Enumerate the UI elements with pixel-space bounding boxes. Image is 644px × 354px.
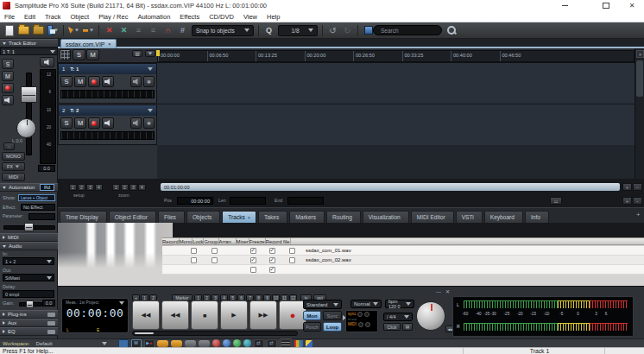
track-filter-icon[interactable] (145, 50, 155, 57)
click-button[interactable]: Click (383, 323, 401, 331)
open-folder-icon[interactable] (18, 25, 29, 36)
column-header[interactable]: Arran... (219, 238, 237, 244)
quantize-select[interactable]: 1/8 (278, 25, 318, 36)
arrange-empty-area[interactable] (157, 145, 635, 179)
delay-field[interactable]: 0 smpl (3, 290, 54, 298)
arranger-checkbox[interactable] (250, 257, 256, 263)
column-header[interactable]: Record (162, 238, 180, 244)
column-header[interactable]: Mono (180, 238, 193, 244)
snap-select[interactable]: Snap to objects (192, 25, 254, 36)
timeline-ruler[interactable]: 00:00:0000:06:5000:13:2500:20:0000:26:50… (157, 50, 635, 62)
tab-close-icon[interactable]: × (108, 41, 110, 47)
new-file-icon[interactable] (3, 25, 15, 36)
menu-item[interactable]: Automation (137, 13, 170, 21)
transport-button[interactable]: ▶ (220, 300, 248, 330)
save-icon[interactable] (47, 25, 59, 36)
midi-button[interactable]: MIDI (2, 173, 25, 181)
docker-tab[interactable]: Keyboard (484, 211, 523, 223)
transport-button[interactable]: ▶▶ (249, 300, 277, 330)
draw-mode-icon[interactable] (83, 25, 94, 36)
magnet-icon[interactable]: ∩ (162, 25, 174, 36)
slider-handle[interactable] (135, 332, 154, 334)
lock-checkbox[interactable] (212, 257, 218, 263)
menu-item[interactable]: Object (71, 13, 90, 21)
track-editor-header[interactable]: Track Editor (0, 39, 58, 47)
monitor-volume-knob[interactable] (416, 301, 445, 331)
record-arm-button[interactable] (2, 83, 14, 93)
all-solo-button[interactable]: S (73, 49, 85, 60)
automation-mode-button[interactable]: Rd (40, 184, 54, 191)
docker-tab[interactable]: Time Display (60, 211, 107, 223)
group-objects-icon[interactable]: ≡ (148, 25, 159, 36)
zoom-button-1[interactable]: 1 (112, 184, 120, 191)
panel-minimize-icon[interactable]: — (436, 289, 441, 294)
table-row[interactable]: ssdax_com_01.wav (162, 246, 644, 256)
track-monitor-button[interactable] (102, 117, 114, 129)
column-header[interactable]: Record file (266, 238, 291, 244)
undo-icon[interactable]: ↺ (327, 25, 338, 36)
aux-section-header[interactable]: Aux (0, 319, 58, 327)
track-view-icon[interactable]: ▤ (132, 50, 142, 57)
mixer-icon[interactable] (118, 339, 129, 348)
spectrum-icon[interactable] (294, 340, 303, 347)
freeze-checkbox[interactable] (289, 257, 295, 263)
track-settings-icon[interactable]: ✱ (143, 117, 155, 129)
menu-item[interactable]: Help (267, 13, 280, 21)
project-tab[interactable]: ssdax.com.VIP × (60, 39, 117, 48)
blue-tool-icon[interactable] (223, 339, 230, 347)
track-record-button[interactable] (88, 117, 100, 129)
volume-fader-handle[interactable] (21, 86, 37, 103)
track-select[interactable]: 1 T: 1 (0, 47, 58, 55)
add-tab-icon[interactable]: + (636, 211, 641, 218)
remix-agent-icon[interactable] (171, 340, 182, 347)
column-header[interactable]: Mixer (237, 238, 249, 244)
search-icon[interactable] (447, 26, 457, 35)
close-view-icon[interactable]: ✕ (636, 50, 644, 58)
docker-tab[interactable]: Object Editor (109, 211, 156, 223)
mono-checkbox[interactable] (191, 257, 197, 263)
punch-button[interactable]: Punch (303, 322, 321, 332)
tab-close-icon[interactable]: × (248, 215, 250, 220)
mouse-mode-icon[interactable] (68, 25, 79, 36)
mono-button[interactable]: MONO (2, 152, 25, 161)
effect-select[interactable]: No Effect (21, 204, 55, 211)
track-settings-icon[interactable]: ✱ (143, 76, 155, 87)
tool-disabled-icon-2[interactable] (199, 340, 210, 347)
arranger-checkbox[interactable] (250, 248, 256, 254)
pen-tool-icon[interactable] (306, 340, 313, 347)
setup-button-4[interactable]: 4 (95, 184, 103, 191)
export-icon[interactable] (33, 25, 44, 36)
docker-tab[interactable]: Visualization (363, 211, 409, 223)
zoom-h-in-icon[interactable]: + (622, 197, 632, 205)
menu-item[interactable]: Effects (180, 13, 199, 21)
mixer-checkbox[interactable] (269, 248, 275, 254)
zoom-button-4[interactable]: 4 (138, 184, 146, 191)
docker-tab[interactable]: VSTi (456, 211, 483, 223)
workspace-select[interactable]: Default (34, 340, 110, 347)
gain-slider-handle[interactable] (26, 300, 34, 308)
mute-button[interactable]: M (2, 71, 14, 81)
track-solo-button[interactable]: S (60, 76, 73, 87)
menu-item[interactable]: Track (45, 13, 60, 21)
track-header[interactable]: 1 T: 1 S M ✱ (58, 63, 157, 104)
table-row[interactable] (162, 265, 644, 275)
end-value[interactable] (287, 197, 324, 205)
eq-section-header[interactable]: EQ (0, 327, 58, 336)
meter-window-icon[interactable]: M (131, 339, 142, 348)
column-header[interactable]: Freeze (249, 238, 266, 244)
docker-tab[interactable]: Routing (326, 211, 361, 223)
bypass-icon[interactable] (47, 321, 55, 326)
align-objects-icon[interactable]: ≡ (133, 25, 144, 36)
all-mute-button[interactable]: M (86, 49, 99, 60)
crossfade-icon[interactable]: ✕ (118, 25, 129, 36)
table-row[interactable]: ssdax_com_02.wav (162, 256, 644, 265)
menu-item[interactable]: CD/DVD (209, 13, 234, 21)
track-output-icon[interactable] (130, 117, 142, 129)
cut-icon[interactable]: ✕ (104, 25, 115, 36)
menu-item[interactable]: Edit (24, 13, 35, 21)
search-input[interactable]: Search (373, 25, 442, 35)
menu-item[interactable]: Play / Rec (98, 13, 128, 21)
len-value[interactable] (230, 197, 266, 205)
arranger-checkbox[interactable] (250, 267, 256, 273)
mixer-checkbox[interactable] (269, 267, 275, 273)
